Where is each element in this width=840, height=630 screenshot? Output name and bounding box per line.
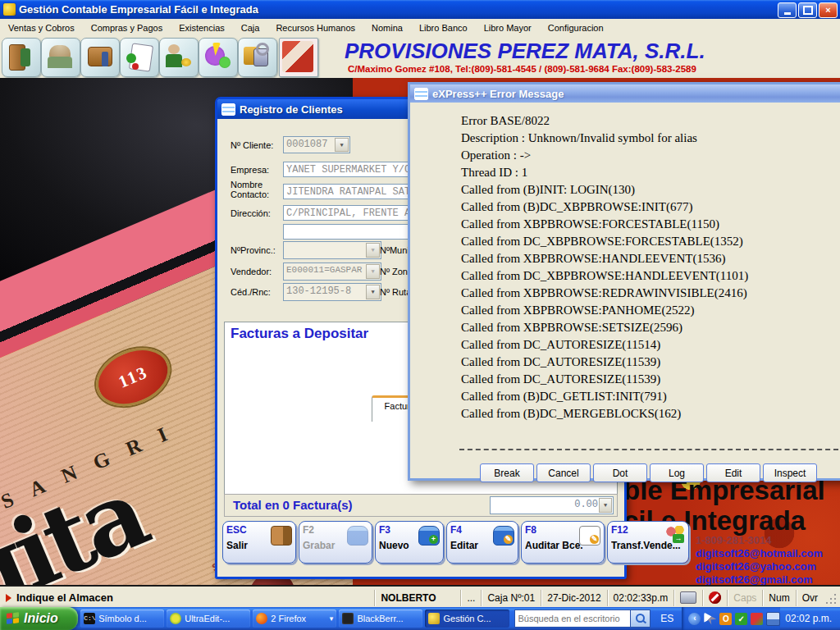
task-firefox-group[interactable]: 2 Firefox ▾: [253, 609, 336, 628]
briefcase-icon[interactable]: [80, 38, 120, 77]
ruta-label: Nº Ruta: [380, 287, 411, 297]
close-button[interactable]: ×: [819, 2, 838, 18]
database-save-icon: [347, 526, 368, 546]
tray-antivirus-icon[interactable]: ✓: [735, 613, 747, 625]
menu-ventas-y-cobros[interactable]: Ventas y Cobros: [0, 21, 83, 35]
menu-configuracion[interactable]: Configuracion: [540, 21, 612, 35]
tray-app-icon[interactable]: [751, 613, 763, 625]
task-simbolo-sistema[interactable]: C:\ Símbolo d...: [80, 609, 164, 628]
system-tray: ‹ O ✓: [682, 607, 780, 630]
separator: [459, 449, 838, 450]
transferir-vendedor-button[interactable]: F12Transf.Vende... →: [607, 521, 689, 564]
error-line: Called from DC_AUTORESIZE(11514): [461, 338, 660, 352]
log-button[interactable]: Log: [650, 463, 704, 482]
cancel-button[interactable]: Cancel: [536, 463, 591, 482]
registro-title: Registro de Clientes: [240, 103, 343, 116]
toolbar: PROVISIONES PEREZ MATA, S.R.L. C/Maximo …: [0, 36, 840, 78]
vendedor-label: Vendedor:: [231, 267, 272, 276]
error-titlebar[interactable]: eXPress++ Error Message: [410, 84, 840, 103]
tray-network-icon[interactable]: [766, 612, 780, 626]
no-entry-icon[interactable]: [709, 591, 721, 604]
error-line: Error BASE/8022: [461, 114, 550, 128]
total-label: Total en 0 Factura(s): [233, 498, 353, 512]
provincia-combo[interactable]: ▼: [283, 241, 381, 259]
dot-button[interactable]: Dot: [593, 463, 647, 482]
cedula-label: Céd./Rnc:: [231, 287, 271, 297]
contacts-icon[interactable]: [41, 38, 80, 77]
company-name: PROVISIONES PEREZ MATA, S.R.L.: [345, 39, 705, 64]
error-line: Operation : ->: [461, 148, 531, 162]
menu-nomina[interactable]: Nomina: [363, 21, 411, 35]
start-button[interactable]: Inicio: [0, 607, 78, 630]
language-indicator[interactable]: ES: [660, 613, 673, 624]
menu-existencias[interactable]: Existencias: [171, 21, 233, 35]
blackberry-icon: [342, 613, 354, 624]
tray-cursor-icon[interactable]: [704, 613, 716, 625]
chevron-down-icon[interactable]: ▾: [330, 614, 334, 623]
salir-button[interactable]: ESCSalir: [222, 521, 296, 564]
wallpaper-email-yahoo: digitsoft26@yahoo.com: [696, 560, 816, 573]
status-date: 27-Dic-2012: [541, 590, 606, 606]
error-line: Called from DC_XBPBROWSE:HANDLEEVENT(110…: [461, 269, 748, 283]
cedula-dropdown-icon[interactable]: ▼: [366, 285, 380, 299]
total-dropdown-icon[interactable]: ▼: [599, 498, 612, 513]
catalog-icon[interactable]: [279, 38, 318, 77]
tray-openoffice-icon[interactable]: O: [719, 613, 732, 625]
status-ovr: Ovr: [796, 590, 824, 606]
wallpaper-phone: 1-809-281-3014: [696, 534, 772, 546]
checklist-icon[interactable]: [120, 38, 159, 77]
error-line: Called from DC_AUTORESIZE(11539): [461, 372, 660, 386]
express-error-dialog: eXPress++ Error Message Error BASE/8022 …: [408, 82, 840, 481]
edit-button[interactable]: Edit: [706, 463, 760, 482]
break-button[interactable]: Break: [480, 463, 534, 482]
security-lock-icon[interactable]: [238, 38, 277, 77]
minimize-button[interactable]: [778, 2, 797, 18]
auditar-button[interactable]: F8Auditar Bce. ✎: [521, 521, 605, 564]
cedula-combo[interactable]: 130-12195-8 ▼: [283, 283, 381, 301]
search-icon[interactable]: [631, 609, 651, 628]
menu-recursos-humanos[interactable]: Recursos Humanos: [267, 21, 363, 35]
printer-icon[interactable]: [680, 591, 696, 604]
total-value-field[interactable]: 0.00 ▼: [490, 496, 614, 514]
error-body: Error BASE/8022 Description : Unknown/In…: [410, 103, 840, 478]
windows-flag-icon: [7, 612, 20, 626]
error-line: Called from (B)DC_XBPBROWSE:INIT(677): [461, 200, 692, 214]
cashier-icon[interactable]: [159, 38, 199, 77]
menu-caja[interactable]: Caja: [233, 21, 268, 35]
form-icon: [221, 103, 235, 116]
inspect-button[interactable]: Inspect: [763, 463, 817, 482]
exit-door-icon[interactable]: [2, 38, 41, 77]
firefox-icon: [256, 613, 267, 624]
resize-grip[interactable]: [826, 592, 838, 604]
menu-libro-banco[interactable]: Libro Banco: [411, 21, 476, 35]
restore-button[interactable]: [798, 2, 817, 18]
editar-button[interactable]: F4Editar ✎: [446, 521, 518, 564]
task-blackberry[interactable]: BlackBerr...: [339, 609, 422, 628]
error-line: Called from XBPBROWSE:HANDLEEVENT(1536): [461, 252, 725, 266]
menu-compras-y-pagos[interactable]: Compras y Pagos: [83, 21, 171, 35]
nuevo-button[interactable]: F3Nuevo +: [375, 521, 444, 564]
grabar-button[interactable]: F2Grabar: [299, 521, 372, 564]
tools-icon[interactable]: [199, 38, 238, 77]
vendedor-combo[interactable]: E000011=GASPAR A ▼: [283, 262, 381, 281]
status-caja: Caja Nº:01: [481, 590, 541, 606]
desktop-search-input[interactable]: [514, 609, 631, 628]
no-entry-icon-cell: [702, 590, 727, 606]
task-ultraedit[interactable]: UltraEdit-...: [167, 609, 250, 628]
error-line: Called from (B)DC_MERGEBLOCKS(162): [461, 407, 681, 421]
cliente-dropdown-icon[interactable]: ▼: [335, 138, 349, 152]
tray-collapse-icon[interactable]: ‹: [688, 613, 701, 625]
error-line: Called from XBPBROWSE:PANHOME(2522): [461, 304, 694, 317]
status-num: Num: [762, 590, 795, 606]
dialog-button-row: ESCSalir F2Grabar F3Nuevo + F4Editar ✎ F…: [222, 521, 618, 564]
menu-libro-mayor[interactable]: Libro Mayor: [476, 21, 540, 35]
vendedor-dropdown-icon[interactable]: ▼: [366, 264, 380, 279]
error-line: Called from XBPBROWSE:SETSIZE(2596): [461, 321, 682, 335]
task-gestion-contable[interactable]: Gestión C...: [425, 609, 509, 628]
company-address: C/Maximo Gomez #108, Tel:(809)-581-4545 …: [348, 64, 696, 74]
printer-icon-cell: [673, 590, 702, 606]
form-icon: [414, 88, 428, 100]
provincia-dropdown-icon[interactable]: ▼: [366, 243, 380, 258]
error-button-row: Break Cancel Dot Log Edit Inspect: [480, 463, 817, 482]
cliente-combo[interactable]: 0001087 ▼: [283, 136, 350, 153]
